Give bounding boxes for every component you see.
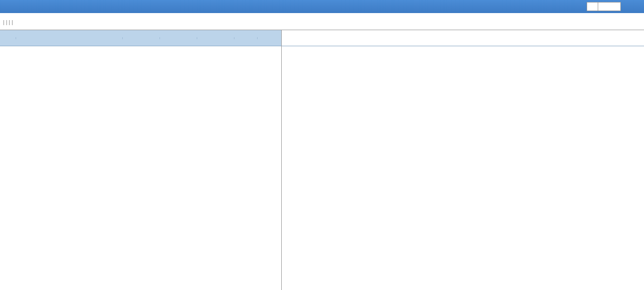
project-info: | | | |	[0, 13, 644, 30]
new-task-input[interactable]	[0, 279, 281, 290]
gantt-chart[interactable]	[282, 30, 644, 290]
pager-grip-icon[interactable]	[598, 3, 609, 11]
col-finish[interactable]	[197, 37, 234, 39]
title-bar	[0, 0, 644, 13]
timeline-header	[282, 30, 644, 46]
pager-prev-button[interactable]	[587, 3, 598, 11]
timeline-pager	[587, 2, 621, 11]
grid-header	[0, 30, 281, 46]
task-grid	[0, 30, 282, 290]
col-days[interactable]	[234, 37, 258, 39]
pager-next-button[interactable]	[609, 3, 620, 11]
col-res[interactable]	[123, 37, 160, 39]
col-pct[interactable]	[258, 37, 280, 39]
col-start[interactable]	[160, 37, 197, 39]
col-task[interactable]	[16, 37, 123, 39]
col-wbs[interactable]	[0, 37, 16, 39]
